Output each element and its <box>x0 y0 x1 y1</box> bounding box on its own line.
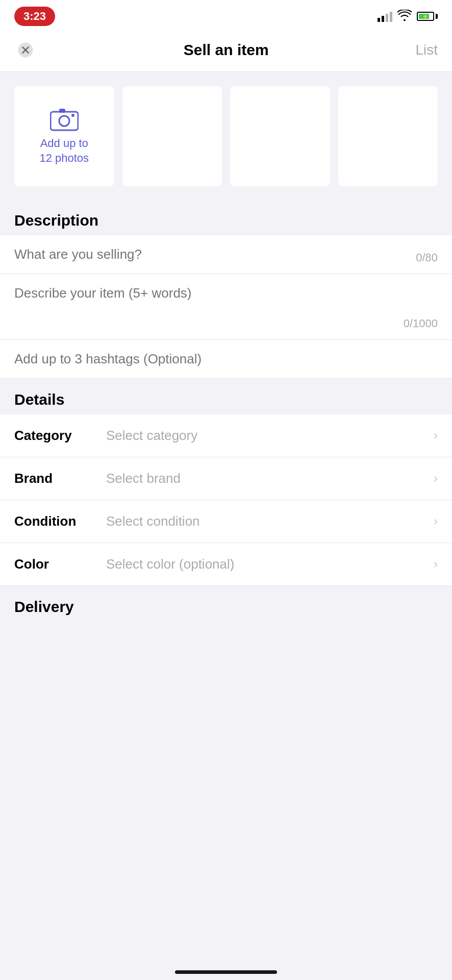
item-title-counter: 0/80 <box>416 251 438 264</box>
color-value: Select color (optional) <box>106 556 430 572</box>
photo-slot-4[interactable] <box>338 86 438 186</box>
condition-value: Select condition <box>106 513 430 529</box>
svg-rect-5 <box>59 109 65 113</box>
close-button[interactable] <box>14 39 37 61</box>
chevron-right-icon: › <box>434 557 438 571</box>
item-title-input[interactable] <box>14 247 438 262</box>
description-section-header: Description <box>0 201 452 235</box>
chevron-right-icon: › <box>434 514 438 528</box>
condition-row[interactable]: Condition Select condition › <box>0 500 452 543</box>
photo-slot-3[interactable] <box>230 86 330 186</box>
add-photos-button[interactable]: Add up to12 photos <box>14 86 114 186</box>
brand-row[interactable]: Brand Select brand › <box>0 457 452 500</box>
close-icon <box>17 42 34 58</box>
camera-icon <box>50 107 79 131</box>
category-row[interactable]: Category Select category › <box>0 414 452 457</box>
chevron-right-icon: › <box>434 471 438 485</box>
category-value: Select category <box>106 428 430 444</box>
item-desc-counter: 0/1000 <box>404 317 438 330</box>
svg-point-4 <box>59 116 69 126</box>
brand-value: Select brand <box>106 471 430 486</box>
status-time: 3:23 <box>14 7 55 26</box>
status-icons: ⚡ <box>378 10 438 23</box>
signal-bars-icon <box>378 11 392 22</box>
color-label: Color <box>14 556 106 572</box>
details-section-header: Details <box>0 380 452 414</box>
list-button[interactable]: List <box>415 42 438 58</box>
nav-bar: Sell an item List <box>0 31 452 72</box>
item-desc-input[interactable] <box>14 285 438 317</box>
delivery-title: Delivery <box>14 598 438 616</box>
description-form: 0/80 0/1000 <box>0 235 452 379</box>
svg-point-6 <box>71 114 74 117</box>
delivery-section-header: Delivery <box>0 587 452 622</box>
chevron-right-icon: › <box>434 428 438 443</box>
camera-svg-icon <box>50 107 79 131</box>
hashtags-field[interactable] <box>0 340 452 379</box>
hashtags-input[interactable] <box>14 351 438 367</box>
color-row[interactable]: Color Select color (optional) › <box>0 543 452 586</box>
details-title: Details <box>14 391 438 408</box>
item-desc-field[interactable]: 0/1000 <box>0 274 452 340</box>
home-indicator <box>175 970 277 974</box>
page-title: Sell an item <box>184 41 269 59</box>
photo-section: Add up to12 photos <box>0 72 452 201</box>
add-photos-label: Add up to12 photos <box>39 136 89 165</box>
item-title-field[interactable]: 0/80 <box>0 235 452 274</box>
photo-slot-2[interactable] <box>122 86 222 186</box>
category-label: Category <box>14 428 106 444</box>
condition-label: Condition <box>14 513 106 529</box>
description-title: Description <box>14 212 438 229</box>
status-bar: 3:23 ⚡ <box>0 0 452 31</box>
wifi-icon <box>397 10 412 23</box>
details-rows: Category Select category › Brand Select … <box>0 414 452 586</box>
battery-icon: ⚡ <box>417 12 438 21</box>
brand-label: Brand <box>14 471 106 486</box>
